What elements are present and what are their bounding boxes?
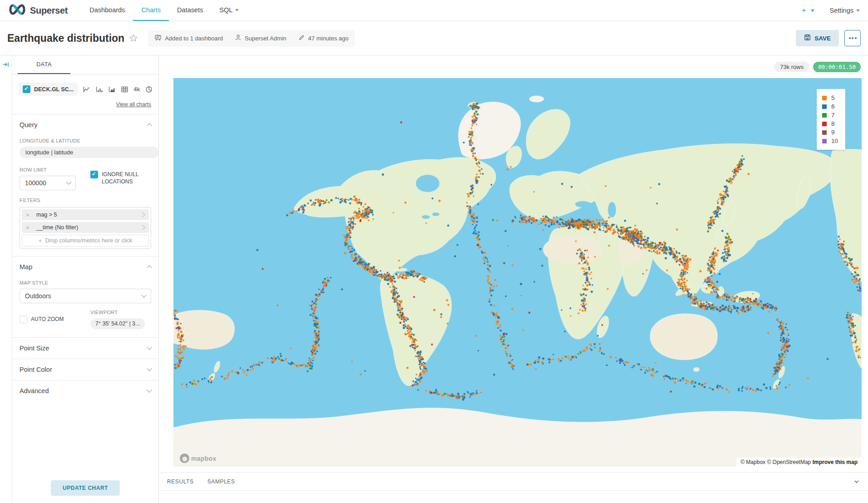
- big-number-viz-icon[interactable]: 4k: [133, 86, 140, 93]
- selected-viz-pill[interactable]: DECK.GL SC...: [19, 83, 78, 96]
- divider: [12, 256, 158, 256]
- results-tabs: RESULTS SAMPLES: [159, 473, 868, 490]
- more-options-button[interactable]: [844, 30, 861, 46]
- row-limit-row: ROW LIMIT 100000 IGNORE NULL LOCATIONS: [20, 164, 151, 190]
- legend-color-swatch: [822, 113, 827, 118]
- divider: [12, 359, 158, 359]
- chevron-down-icon: [235, 9, 239, 13]
- divider: [12, 380, 158, 380]
- auto-zoom-checkbox[interactable]: AUTO ZOOM: [20, 310, 90, 329]
- chevron-right-icon: [140, 212, 145, 217]
- plus-icon: +: [802, 6, 806, 15]
- nav-item-datasets[interactable]: Datasets: [169, 0, 211, 21]
- chevron-down-icon: [147, 387, 152, 392]
- chevron-up-icon: [147, 265, 152, 270]
- pie-chart-icon[interactable]: [145, 86, 153, 93]
- checked-checkbox-icon: [23, 85, 30, 93]
- nav-items: Dashboards Charts Datasets SQL: [81, 0, 247, 21]
- row-limit-select[interactable]: 100000: [20, 176, 76, 190]
- close-icon[interactable]: ×: [22, 212, 34, 218]
- section-advanced[interactable]: Advanced: [20, 387, 151, 395]
- tab-samples[interactable]: SAMPLES: [207, 478, 235, 490]
- legend-item: 6: [822, 102, 838, 111]
- brand-name: Superset: [30, 5, 68, 16]
- meta-owner[interactable]: Superset Admin: [235, 34, 286, 42]
- bar-chart-icon[interactable]: [95, 86, 103, 93]
- line-chart-icon[interactable]: [83, 86, 90, 93]
- legend-value: 6: [831, 103, 835, 110]
- autozoom-viewport-row: AUTO ZOOM VIEWPORT 7° 35' 54.02" | 3...: [20, 310, 151, 329]
- close-icon[interactable]: ×: [22, 224, 34, 231]
- nav-item-dashboards[interactable]: Dashboards: [81, 0, 133, 21]
- superset-app: Superset Dashboards Charts Datasets SQL …: [0, 0, 868, 503]
- mapbox-attribution-link[interactable]: © Mapbox: [740, 459, 765, 465]
- panel-tabbar: DATA: [12, 55, 158, 74]
- map-legend: 5678910: [817, 89, 845, 150]
- meta-modified[interactable]: 47 minutes ago: [298, 34, 349, 42]
- dashboard-icon: [154, 34, 162, 43]
- row-limit-label: ROW LIMIT: [20, 167, 83, 173]
- area-chart-icon[interactable]: [108, 86, 116, 93]
- collapse-results-icon[interactable]: [853, 478, 860, 487]
- favorite-star-icon[interactable]: [129, 34, 138, 43]
- expand-panel-icon[interactable]: [2, 61, 10, 503]
- viewport-value[interactable]: 7° 35' 54.02" | 3...: [90, 318, 145, 329]
- add-filter-dropzone[interactable]: + Drop columns/metrics here or click: [22, 235, 149, 247]
- chart-title: Earthquake distribution: [7, 32, 124, 44]
- mapbox-logo-icon: ◍: [180, 454, 189, 463]
- legend-color-swatch: [822, 104, 827, 109]
- chevron-down-icon: [856, 10, 860, 14]
- mapbox-logo[interactable]: ◍ mapbox: [180, 454, 216, 463]
- nav-item-charts[interactable]: Charts: [133, 0, 169, 21]
- legend-value: 9: [831, 129, 835, 136]
- legend-color-swatch: [822, 130, 827, 135]
- tab-data[interactable]: DATA: [18, 55, 70, 74]
- top-navbar: Superset Dashboards Charts Datasets SQL …: [0, 0, 868, 21]
- section-map[interactable]: Map: [20, 263, 151, 271]
- new-item-button[interactable]: +: [802, 6, 814, 15]
- meta-dashboards[interactable]: Added to 1 dashboard: [154, 34, 223, 43]
- viz-type-row: DECK.GL SC... 4k: [19, 83, 152, 96]
- osm-attribution-link[interactable]: © OpenStreetMap: [767, 459, 811, 465]
- chevron-down-icon: [147, 345, 152, 350]
- plus-icon: +: [39, 237, 42, 244]
- legend-item: 10: [822, 137, 838, 145]
- table-icon[interactable]: [121, 86, 128, 93]
- filter-chip[interactable]: × mag > 5: [22, 209, 149, 220]
- legend-color-swatch: [822, 139, 827, 143]
- save-button[interactable]: SAVE: [796, 30, 839, 46]
- filters-box: × mag > 5 × __time (No filter) + Drop co…: [20, 207, 151, 249]
- viewport-label: VIEWPORT: [90, 310, 145, 315]
- map-style-select[interactable]: Outdoors: [20, 289, 151, 303]
- ignore-null-checkbox[interactable]: IGNORE NULL LOCATIONS: [90, 171, 149, 190]
- query-timer-badge: 00:00:01.50: [813, 62, 861, 72]
- section-point-color[interactable]: Point Color: [20, 366, 151, 373]
- legend-item: 8: [822, 119, 838, 128]
- view-all-charts-link[interactable]: View all charts: [12, 101, 151, 108]
- panel-gutter: [0, 55, 12, 503]
- chart-area: 73k rows 00:00:01.50: [159, 55, 868, 503]
- nav-item-sql[interactable]: SQL: [211, 0, 247, 21]
- superset-infinity-icon: [8, 4, 26, 17]
- lonlat-chip[interactable]: longitude | latitude: [20, 147, 158, 158]
- header-actions: SAVE: [796, 30, 861, 46]
- legend-value: 10: [831, 138, 838, 144]
- update-chart-button[interactable]: UPDATE CHART: [51, 480, 120, 496]
- improve-map-link[interactable]: Improve this map: [813, 459, 858, 465]
- legend-item: 5: [822, 94, 838, 102]
- settings-menu[interactable]: Settings: [830, 7, 860, 14]
- section-point-size[interactable]: Point Size: [20, 345, 151, 352]
- filter-chip[interactable]: × __time (No filter): [22, 222, 149, 233]
- tab-results[interactable]: RESULTS: [167, 478, 194, 490]
- superset-logo[interactable]: Superset: [8, 0, 68, 21]
- lonlat-label: LONGITUDE & LATITUDE: [20, 138, 151, 143]
- chart-badges: 73k rows 00:00:01.50: [774, 62, 861, 72]
- filters-label: FILTERS: [20, 197, 151, 203]
- checked-checkbox-icon: [90, 171, 98, 178]
- chevron-down-icon: [66, 179, 71, 184]
- section-query[interactable]: Query: [20, 121, 151, 128]
- map-style-label: MAP STYLE: [20, 280, 151, 286]
- deckgl-map[interactable]: 5678910 ◍ mapbox © Mapbox © OpenStreetMa…: [173, 78, 862, 467]
- chevron-right-icon: [140, 225, 145, 230]
- save-icon: [804, 34, 811, 42]
